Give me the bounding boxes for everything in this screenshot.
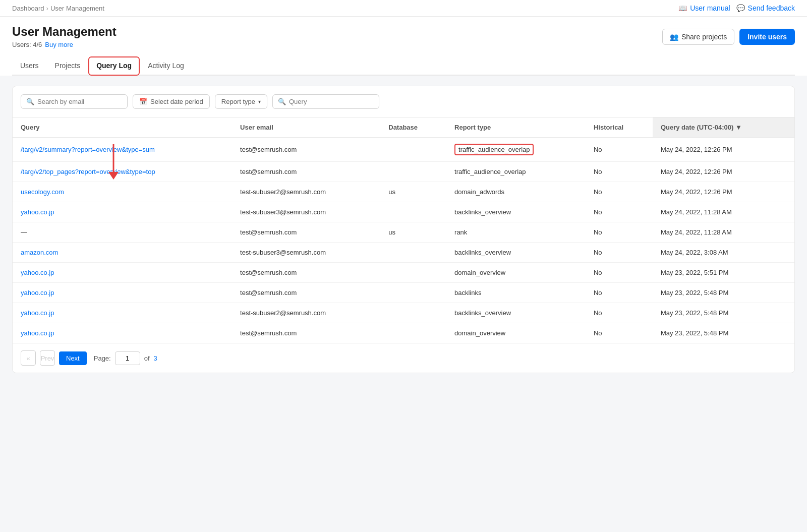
- cell-query[interactable]: yahoo.co.jp: [13, 303, 232, 323]
- cell-query[interactable]: usecology.com: [13, 182, 232, 202]
- send-feedback-button[interactable]: 💬 Send feedback: [736, 4, 795, 12]
- invite-users-button[interactable]: Invite users: [739, 29, 795, 45]
- query-link[interactable]: /targ/v2/top_pages?report=overview&type=…: [21, 168, 155, 175]
- table-row: amazon.comtest-subuser3@semrush.combackl…: [13, 243, 794, 263]
- cell-database: us: [380, 182, 446, 202]
- cell-email: test@semrush.com: [232, 162, 380, 182]
- query-link[interactable]: usecology.com: [21, 188, 64, 196]
- cell-query-date: May 23, 2022, 5:48 PM: [653, 303, 794, 323]
- table-row: yahoo.co.jptest-subuser2@semrush.comback…: [13, 303, 794, 323]
- table-row: —test@semrush.comusrankNoMay 24, 2022, 1…: [13, 222, 794, 243]
- cell-historical: No: [586, 222, 653, 243]
- query-link[interactable]: yahoo.co.jp: [21, 329, 54, 337]
- share-icon: 👥: [670, 33, 678, 41]
- buy-more-link[interactable]: Buy more: [45, 41, 73, 48]
- cell-database: [380, 138, 446, 162]
- cell-database: [380, 263, 446, 283]
- tab-activity-log[interactable]: Activity Log: [140, 56, 192, 76]
- breadcrumb-sep: ›: [46, 5, 48, 12]
- query-search-input[interactable]: [289, 98, 374, 105]
- page-title: User Management: [12, 25, 117, 39]
- search-icon: 🔍: [26, 98, 34, 105]
- date-filter[interactable]: 📅 Select date period: [133, 94, 210, 109]
- query-link[interactable]: yahoo.co.jp: [21, 289, 54, 297]
- filters-row: 🔍 📅 Select date period Report type ▾ 🔍: [13, 86, 794, 117]
- tab-query-log[interactable]: Query Log: [88, 56, 140, 76]
- page-input[interactable]: 1: [115, 351, 140, 365]
- breadcrumb: Dashboard › User Management: [12, 5, 104, 12]
- query-link[interactable]: /targ/v2/summary?report=overview&type=su…: [21, 146, 155, 153]
- tab-users[interactable]: Users: [12, 56, 47, 76]
- calendar-icon: 📅: [139, 98, 147, 105]
- cell-database: [380, 323, 446, 343]
- cell-report-type: domain_adwords: [446, 182, 586, 202]
- cell-query[interactable]: yahoo.co.jp: [13, 202, 232, 222]
- query-link[interactable]: yahoo.co.jp: [21, 309, 54, 317]
- double-chevron-left-icon: «: [26, 354, 30, 362]
- book-icon: 📖: [678, 4, 687, 12]
- tab-projects[interactable]: Projects: [47, 56, 89, 76]
- cell-query[interactable]: yahoo.co.jp: [13, 323, 232, 343]
- table-row: yahoo.co.jptest@semrush.combacklinksNoMa…: [13, 283, 794, 303]
- cell-query-date: May 23, 2022, 5:48 PM: [653, 283, 794, 303]
- query-link[interactable]: yahoo.co.jp: [21, 208, 54, 216]
- cell-query[interactable]: /targ/v2/top_pages?report=overview&type=…: [13, 162, 232, 182]
- query-link[interactable]: amazon.com: [21, 249, 58, 256]
- table-row: /targ/v2/summary?report=overview&type=su…: [13, 138, 794, 162]
- cell-report-type: domain_overview: [446, 263, 586, 283]
- next-button[interactable]: Next: [59, 351, 87, 365]
- cell-query[interactable]: /targ/v2/summary?report=overview&type=su…: [13, 138, 232, 162]
- cell-report-type: backlinks_overview: [446, 303, 586, 323]
- cell-database: [380, 283, 446, 303]
- cell-query-date: May 24, 2022, 11:28 AM: [653, 222, 794, 243]
- header-area: User Management Users: 4/6 Buy more 👥 Sh…: [0, 17, 807, 76]
- report-type-highlighted: traffic_audience_overlap: [454, 144, 534, 155]
- col-query-date[interactable]: Query date (UTC-04:00) ▼: [653, 117, 794, 138]
- table-row: usecology.comtest-subuser2@semrush.comus…: [13, 182, 794, 202]
- top-bar: Dashboard › User Management 📖 User manua…: [0, 0, 807, 17]
- table-row: /targ/v2/top_pages?report=overview&type=…: [13, 162, 794, 182]
- prev-button[interactable]: Prev: [40, 350, 55, 366]
- cell-database: us: [380, 222, 446, 243]
- main-content: 🔍 📅 Select date period Report type ▾ 🔍: [0, 76, 807, 383]
- cell-historical: No: [586, 182, 653, 202]
- cell-query[interactable]: yahoo.co.jp: [13, 263, 232, 283]
- cell-query-date: May 23, 2022, 5:48 PM: [653, 323, 794, 343]
- cell-historical: No: [586, 202, 653, 222]
- pagination: « Prev Next Page: 1 of 3: [13, 343, 794, 373]
- tabs: Users Projects Query Log Activity Log: [12, 56, 795, 76]
- table-row: yahoo.co.jptest@semrush.comdomain_overvi…: [13, 323, 794, 343]
- query-log-table: Query User email Database Report type Hi…: [13, 117, 794, 343]
- cell-report-type: backlinks: [446, 283, 586, 303]
- col-database: Database: [380, 117, 446, 138]
- total-pages: 3: [154, 354, 157, 362]
- cell-email: test-subuser2@semrush.com: [232, 303, 380, 323]
- first-page-button[interactable]: «: [21, 350, 36, 366]
- breadcrumb-current: User Management: [50, 5, 104, 12]
- col-user-email: User email: [232, 117, 380, 138]
- cell-report-type: traffic_audience_overlap: [446, 162, 586, 182]
- cell-email: test-subuser3@semrush.com: [232, 243, 380, 263]
- cell-email: test@semrush.com: [232, 283, 380, 303]
- cell-query[interactable]: yahoo.co.jp: [13, 283, 232, 303]
- col-report-type: Report type: [446, 117, 586, 138]
- cell-historical: No: [586, 323, 653, 343]
- cell-query[interactable]: amazon.com: [13, 243, 232, 263]
- table-wrapper: Query User email Database Report type Hi…: [13, 117, 794, 343]
- of-label: of: [144, 354, 150, 362]
- user-manual-button[interactable]: 📖 User manual: [678, 4, 730, 12]
- report-type-filter[interactable]: Report type ▾: [215, 94, 267, 109]
- cell-query-date: May 24, 2022, 3:08 AM: [653, 243, 794, 263]
- cell-query-date: May 23, 2022, 5:51 PM: [653, 263, 794, 283]
- search-icon-2: 🔍: [278, 98, 286, 105]
- email-filter[interactable]: 🔍: [21, 94, 128, 109]
- email-search-input[interactable]: [37, 98, 122, 105]
- cell-historical: No: [586, 283, 653, 303]
- query-filter[interactable]: 🔍: [272, 94, 379, 109]
- query-link[interactable]: yahoo.co.jp: [21, 269, 54, 276]
- cell-database: [380, 202, 446, 222]
- cell-historical: No: [586, 138, 653, 162]
- share-projects-button[interactable]: 👥 Share projects: [662, 29, 734, 45]
- breadcrumb-dashboard[interactable]: Dashboard: [12, 5, 44, 12]
- cell-report-type: rank: [446, 222, 586, 243]
